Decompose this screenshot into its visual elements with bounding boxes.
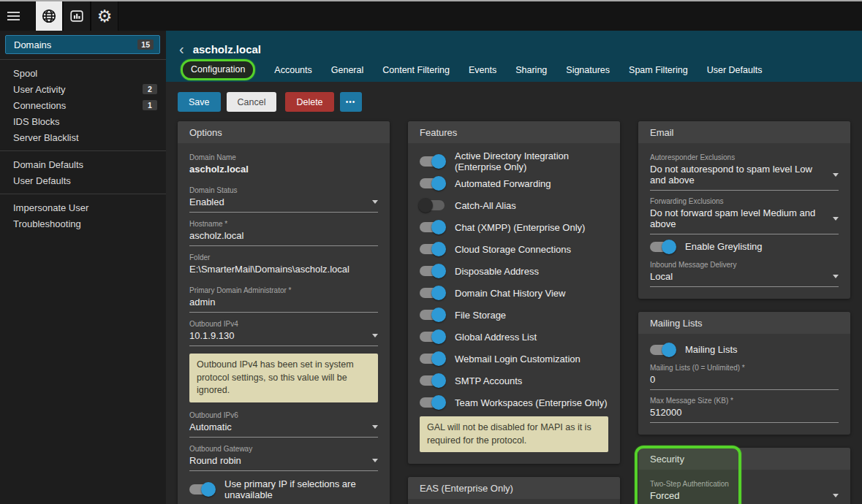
- tab-domains-globe[interactable]: [35, 1, 63, 31]
- divider: [0, 59, 166, 60]
- toggle-switch[interactable]: [420, 266, 445, 276]
- tab-user-defaults[interactable]: User Defaults: [707, 65, 763, 82]
- field-primary-domain-administrator[interactable]: Primary Domain Administrator * admin: [189, 286, 378, 313]
- chevron-down-icon[interactable]: [372, 200, 378, 204]
- field-max-message-size[interactable]: Max Message Size (KB) * 512000: [650, 397, 839, 423]
- options-card: Options Domain Name ascholz.local Domain…: [178, 121, 390, 504]
- tab-spam-filtering[interactable]: Spam Filtering: [629, 65, 688, 82]
- tab-configuration[interactable]: Configuration: [181, 59, 255, 80]
- field-mailing-lists-limit[interactable]: Mailing Lists (0 = Unlimited) * 0: [650, 364, 839, 390]
- toggle-switch[interactable]: [189, 484, 214, 495]
- toggle-enable-greylisting[interactable]: Enable Greylisting: [650, 241, 839, 252]
- card-title: Options: [178, 121, 390, 143]
- divider: [0, 194, 166, 194]
- tab-accounts[interactable]: Accounts: [274, 65, 311, 82]
- toggle-switch[interactable]: [420, 288, 445, 298]
- toggle-use-primary-ip[interactable]: Use primary IP if selections are unavail…: [189, 478, 378, 500]
- sidebar-item-domain-defaults[interactable]: Domain Defaults: [0, 156, 166, 172]
- toggle-chat-xmpp[interactable]: Chat (XMPP) (Enterprise Only): [420, 219, 608, 235]
- tab-settings[interactable]: ⚙: [91, 1, 118, 31]
- eas-card: EAS (Enterprise Only): [408, 477, 620, 504]
- back-icon[interactable]: ‹: [178, 42, 186, 56]
- chevron-down-icon[interactable]: [372, 334, 378, 337]
- tab-events[interactable]: Events: [469, 65, 496, 82]
- field-outbound-ipv4[interactable]: Outbound IPv4 10.1.9.130: [189, 320, 378, 346]
- mailing-lists-card: Mailing Lists Mailing Lists Mailing List…: [638, 312, 850, 435]
- card-title: EAS (Enterprise Only): [408, 477, 620, 499]
- sidebar-item-connections[interactable]: Connections 1: [0, 97, 166, 113]
- domain-header: ‹ ascholz.local Configuration Accounts G…: [166, 31, 862, 82]
- sidebar-item-troubleshooting[interactable]: Troubleshooting: [0, 215, 166, 232]
- page-title: ascholz.local: [193, 43, 261, 56]
- divider: [0, 150, 166, 151]
- card-title: Features: [408, 121, 620, 143]
- toggle-global-address-list[interactable]: Global Address List: [420, 329, 608, 345]
- card-title: Mailing Lists: [638, 312, 850, 334]
- chevron-down-icon[interactable]: [833, 494, 839, 497]
- card-title: Security: [638, 448, 850, 470]
- save-button[interactable]: Save: [178, 92, 221, 112]
- toolbar: Save Cancel Delete •••: [178, 82, 850, 121]
- settings-gear-icon: ⚙: [97, 8, 113, 25]
- top-app-bar: ⚙: [0, 1, 862, 31]
- tab-sharing[interactable]: Sharing: [515, 65, 547, 82]
- sidebar-item-server-blacklist[interactable]: Server Blacklist: [0, 129, 166, 145]
- toggle-webmail-login-customization[interactable]: Webmail Login Customization: [420, 351, 608, 367]
- toggle-team-workspaces[interactable]: Team Workspaces (Enterprise Only): [420, 394, 608, 411]
- field-autoresponder-exclusions[interactable]: Autoresponder Exclusions Do not autoresp…: [650, 153, 839, 191]
- delete-button[interactable]: Delete: [285, 92, 333, 112]
- toggle-switch[interactable]: [420, 310, 445, 320]
- toggle-switch[interactable]: [420, 244, 445, 254]
- sidebar-item-domains[interactable]: Domains 15: [5, 35, 160, 54]
- cancel-button[interactable]: Cancel: [227, 92, 277, 112]
- tab-general[interactable]: General: [331, 65, 363, 82]
- toggle-switch[interactable]: [650, 345, 675, 355]
- sidebar-item-user-activity[interactable]: User Activity 2: [0, 81, 166, 97]
- toggle-switch[interactable]: [420, 332, 445, 342]
- more-actions-button[interactable]: •••: [340, 92, 362, 112]
- sidebar: Domains 15 Spool User Activity 2 Connect…: [0, 31, 166, 504]
- email-card: Email Autoresponder Exclusions Do not au…: [638, 121, 850, 299]
- field-domain-status[interactable]: Domain Status Enabled: [189, 186, 378, 213]
- toggle-mailing-lists[interactable]: Mailing Lists: [650, 344, 839, 355]
- toggle-domain-chat-history-view[interactable]: Domain Chat History View: [420, 285, 608, 301]
- chevron-down-icon[interactable]: [833, 275, 839, 278]
- sidebar-item-ids-blocks[interactable]: IDS Blocks: [0, 113, 166, 129]
- toggle-switch[interactable]: [420, 375, 445, 386]
- field-two-step-authentication[interactable]: Two-Step Authentication Forced: [650, 480, 839, 504]
- toggle-switch[interactable]: [420, 397, 445, 408]
- chevron-down-icon[interactable]: [372, 459, 378, 462]
- sidebar-item-impersonate-user[interactable]: Impersonate User: [0, 199, 166, 215]
- tab-content-filtering[interactable]: Content Filtering: [382, 65, 450, 82]
- sidebar-item-spool[interactable]: Spool: [0, 65, 166, 81]
- app-window: ⚙ Domains 15 Spool User Activity 2 Conne…: [0, 0, 862, 504]
- menu-icon[interactable]: [7, 1, 29, 31]
- toggle-automated-forwarding[interactable]: Automated Forwarding: [420, 175, 608, 191]
- toggle-active-directory-integration[interactable]: Active Directory Integration (Enterprise…: [420, 153, 608, 169]
- outbound-ipv4-warning: Outbound IPv4 has been set in system pro…: [189, 354, 378, 402]
- toggle-switch[interactable]: [420, 178, 445, 188]
- toggle-switch[interactable]: [420, 222, 445, 232]
- toggle-switch[interactable]: [420, 156, 445, 167]
- toggle-catch-all-alias[interactable]: Catch-All Alias: [420, 197, 608, 213]
- toggle-switch[interactable]: [420, 200, 445, 210]
- globe-icon: [41, 8, 57, 24]
- toggle-switch[interactable]: [420, 354, 445, 364]
- field-forwarding-exclusions[interactable]: Forwarding Exclusions Do not forward spa…: [650, 197, 839, 234]
- chevron-down-icon[interactable]: [833, 217, 839, 221]
- field-outbound-gateway[interactable]: Outbound Gateway Round robin: [189, 445, 378, 471]
- toggle-disposable-address[interactable]: Disposable Address: [420, 263, 608, 279]
- sidebar-item-user-defaults[interactable]: User Defaults: [0, 172, 166, 188]
- tab-signatures[interactable]: Signatures: [566, 65, 610, 82]
- content-area: Save Cancel Delete ••• Options Domain Na…: [166, 82, 862, 504]
- chevron-down-icon[interactable]: [833, 173, 839, 177]
- toggle-switch[interactable]: [650, 242, 675, 252]
- field-hostname[interactable]: Hostname * ascholz.local: [189, 220, 378, 246]
- toggle-smtp-accounts[interactable]: SMTP Accounts: [420, 373, 608, 389]
- field-inbound-message-delivery[interactable]: Inbound Message Delivery Local: [650, 261, 839, 287]
- tab-reports[interactable]: [63, 1, 91, 31]
- chevron-down-icon[interactable]: [372, 425, 378, 429]
- toggle-cloud-storage-connections[interactable]: Cloud Storage Connections: [420, 241, 608, 257]
- field-outbound-ipv6[interactable]: Outbound IPv6 Automatic: [189, 411, 378, 438]
- toggle-file-storage[interactable]: File Storage: [420, 307, 608, 323]
